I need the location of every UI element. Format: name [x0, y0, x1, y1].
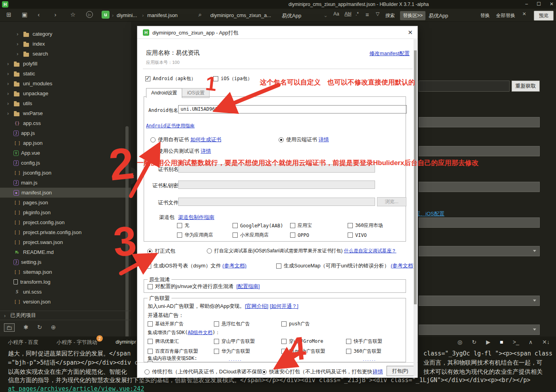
close-button[interactable]: ✕: [550, 1, 554, 7]
run-icon[interactable]: ▷: [86, 11, 93, 18]
menu-item[interactable]: [47, 0, 54, 9]
ios-config-link[interactable]: 置、iOS配置: [415, 210, 444, 217]
new-file-icon[interactable]: ⊞: [6, 11, 12, 18]
appid-input[interactable]: [419, 81, 510, 92]
tree-item[interactable]: › utils: [0, 98, 131, 108]
manifest-field[interactable]: [419, 182, 540, 192]
refresh-icon[interactable]: ↻: [472, 339, 477, 345]
ad-site-link[interactable]: [官网介绍]: [245, 303, 268, 309]
platform-checkbox[interactable]: iOS（ipa包）: [213, 75, 252, 82]
tree-item[interactable]: › pkginfo.json: [0, 208, 131, 217]
tree-item[interactable]: › wxParse: [0, 108, 131, 118]
tree-item[interactable]: › App.vue: [0, 148, 131, 158]
search-scope-value[interactable]: diyminipro_cms_zixun_a...: [210, 12, 271, 18]
ad-howto-link[interactable]: [如何开通？]: [270, 303, 298, 309]
tree-item[interactable]: › app.js: [0, 128, 131, 138]
ad-base-checkbox[interactable]: 悬浮红包广告: [214, 321, 281, 327]
list-icon[interactable]: ≡: [366, 11, 369, 18]
console-tab[interactable]: diyminipr: [115, 339, 136, 346]
channel-checkbox[interactable]: 应用宝: [290, 222, 348, 229]
obfuscate-checkbox[interactable]: 对配置的js/nvue文件进行原生混淆 [配置指南]: [148, 283, 260, 290]
custom-base-radio[interactable]: 打自定义调试基座(iOS的Safari调试需要用苹果开发证书打包) 什么是自定义…: [207, 248, 396, 254]
find-in-files-icon[interactable]: ⌕: [198, 11, 202, 18]
source-control-icon[interactable]: ↻: [37, 324, 42, 331]
browse-button[interactable]: 浏览...: [377, 197, 406, 206]
filter-icon[interactable]: ▽: [376, 11, 379, 17]
debug-panel-icon[interactable]: ✱: [23, 324, 29, 331]
tab-android-settings[interactable]: Android设置: [146, 88, 182, 98]
breadcrumb-project[interactable]: diymini...: [117, 12, 137, 18]
uniapp-project-icon[interactable]: u: [102, 11, 110, 19]
menu-item[interactable]: [61, 0, 68, 9]
ad-sdk-checkbox[interactable]: 360广告联盟: [346, 348, 406, 355]
modify-manifest-link[interactable]: 修改manifest配置: [369, 50, 410, 57]
public-cert-detail-link[interactable]: 详情: [201, 148, 211, 155]
manifest-select[interactable]: [419, 325, 540, 335]
preview-button[interactable]: 预览: [534, 11, 554, 21]
menu-item[interactable]: [18, 0, 25, 9]
own-cert-radio[interactable]: 使用自有证书 如何生成证书: [150, 136, 221, 143]
console-tab[interactable]: 小程序 - 百度: [8, 339, 38, 346]
ad-sdk-checkbox[interactable]: Sigmob广告联盟: [281, 348, 346, 355]
package-name-input[interactable]: uni.UNI5AD960A: [178, 105, 407, 113]
console-tab[interactable]: 小程序 - 字节跳动 2: [57, 339, 98, 346]
tree-item[interactable]: › uni.scss: [0, 287, 131, 297]
pack-detail-link[interactable]: 详情: [373, 368, 383, 375]
menu-item[interactable]: [40, 0, 47, 9]
chevron-down-icon[interactable]: ⌄: [323, 12, 328, 18]
replace-button[interactable]: 替换: [480, 12, 490, 19]
cert-file-input[interactable]: [178, 198, 375, 206]
replace-all-button[interactable]: 全部替换: [496, 12, 515, 19]
manifest-select[interactable]: [419, 246, 540, 256]
ad-component-doc-link[interactable]: AD组件文档: [188, 330, 212, 335]
chevron-right-icon[interactable]: ›: [7, 81, 13, 86]
menu-item[interactable]: [25, 0, 33, 9]
tree-item[interactable]: › project.swan.json: [0, 237, 131, 247]
chevron-right-icon[interactable]: ›: [17, 41, 23, 47]
debug-icon[interactable]: ◎: [458, 339, 462, 345]
manifest-field[interactable]: [419, 217, 540, 228]
stop-icon[interactable]: ■: [500, 339, 503, 345]
tree-item[interactable]: › polyfill: [0, 59, 131, 69]
tree-item[interactable]: › static: [0, 69, 131, 79]
fast-pack-radio[interactable]: 快速安心打包（不上传代码及证书，打包更快）: [262, 368, 377, 375]
obfuscate-guide-link[interactable]: [配置指南]: [236, 283, 260, 290]
tree-item[interactable]: › index: [0, 39, 131, 49]
channel-checkbox[interactable]: 华为应用商店: [177, 232, 233, 238]
cert-key-input[interactable]: [178, 181, 375, 189]
run-icon[interactable]: ▶: [486, 339, 491, 345]
tree-item[interactable]: › setting.js: [0, 257, 131, 267]
tree-item[interactable]: › unpackage: [0, 88, 131, 98]
custom-base-link[interactable]: 什么是自定义调试基座？: [344, 248, 396, 254]
explorer-panel-icon[interactable]: 🗀: [4, 323, 15, 332]
chevron-right-icon[interactable]: ›: [7, 61, 13, 67]
cloud-cert-detail-link[interactable]: 详情: [319, 136, 329, 143]
tree-item[interactable]: › search: [0, 49, 131, 59]
replace-query-value[interactable]: 易优App: [429, 12, 448, 19]
regex-icon[interactable]: .*: [356, 11, 359, 17]
search-query-value[interactable]: 易优App: [282, 12, 301, 19]
tree-item[interactable]: › project.config.json: [0, 217, 131, 227]
chevron-right-icon[interactable]: ›: [17, 51, 23, 57]
tree-item[interactable]: › README.md: [0, 247, 131, 257]
menu-item[interactable]: [11, 0, 18, 9]
breadcrumb-file[interactable]: manifest.json: [147, 12, 178, 18]
platform-checkbox[interactable]: Android（apk包）: [145, 75, 196, 82]
match-case-icon[interactable]: Aa: [333, 11, 339, 17]
tree-item[interactable]: › uni_modules: [0, 79, 131, 88]
console-source-link[interactable]: at pages/archives/article/view.vue:242: [8, 385, 144, 392]
release-pack-radio[interactable]: 打正式包: [147, 248, 175, 255]
public-cert-radio[interactable]: 使用公共测试证书 详情: [150, 148, 211, 155]
manifest-field[interactable]: [419, 146, 540, 156]
manifest-field[interactable]: [419, 117, 540, 127]
chevron-right-icon[interactable]: ›: [7, 100, 13, 106]
tree-item[interactable]: › pages.json: [0, 198, 131, 208]
refetch-button[interactable]: 重新获取: [512, 81, 540, 92]
tree-item[interactable]: › jsconfig.json: [0, 168, 131, 178]
scrollbar-thumb[interactable]: [414, 50, 417, 304]
maximize-button[interactable]: ☐: [537, 1, 541, 7]
android-cert-guide-link[interactable]: Android证书使用指南: [146, 123, 195, 129]
traditional-pack-radio[interactable]: 传统打包（上传代码及证书，DCloud承诺不保留）: [144, 368, 267, 375]
ad-sdk-checkbox[interactable]: 百度百青藤广告联盟: [148, 348, 214, 355]
search-button[interactable]: 搜索: [385, 12, 395, 19]
